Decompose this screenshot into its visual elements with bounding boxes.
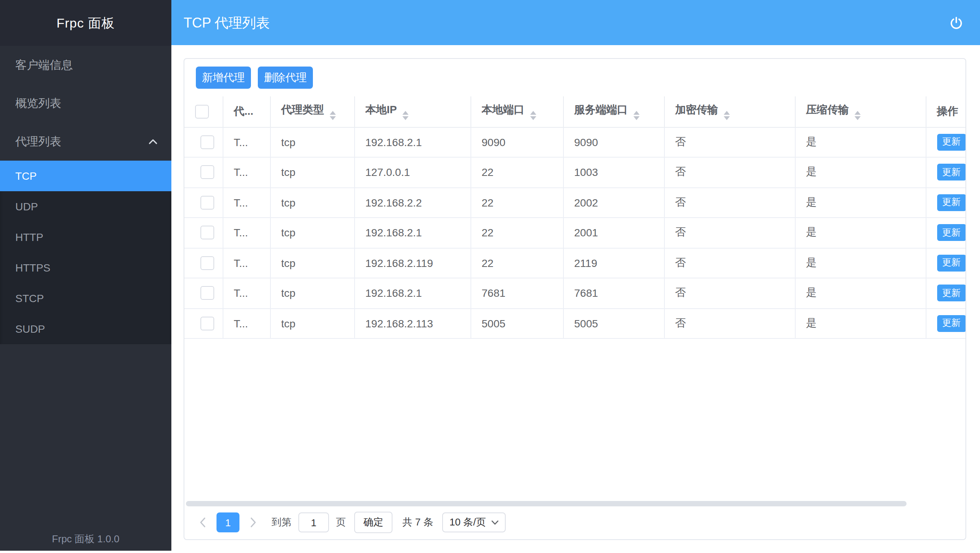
table-row: T...tcp192.168.2.11350055005否是更新 [184,308,965,338]
cell-type: tcp [270,157,354,187]
column-header-select[interactable] [184,96,223,127]
row-checkbox[interactable] [200,317,214,330]
cell-encryption: 否 [664,157,795,187]
app-window: Frpc 面板 客户端信息 概览列表 代理列表 TCPUDPHTTPHTTPSS… [0,0,980,553]
proxy-submenu: TCPUDPHTTPHTTPSSTCPSUDP [0,161,171,344]
page-size-label: 10 条/页 [449,516,486,529]
table-row: T...tcp192.168.2.119222119否是更新 [184,248,965,278]
chevron-down-icon [491,520,499,525]
row-checkbox[interactable] [200,286,214,300]
app-title: Frpc 面板 [0,0,171,46]
column-header-local_port[interactable]: 本地端口 [470,96,563,127]
submenu-item-sudp[interactable]: SUDP [0,314,171,344]
select-all-checkbox[interactable] [195,105,209,119]
cell-remote-port: 2002 [563,187,664,218]
cell-compression: 是 [795,218,926,248]
page-number-active[interactable]: 1 [217,512,239,532]
submenu-item-udp[interactable]: UDP [0,191,171,222]
page-size-select[interactable]: 10 条/页 [443,512,506,532]
cell-local-port: 22 [470,187,563,218]
row-action-cell: 更新 [926,218,965,248]
submenu-item-http[interactable]: HTTP [0,222,171,252]
submenu-item-https[interactable]: HTTPS [0,252,171,283]
column-header-compression[interactable]: 压缩传输 [795,96,926,127]
cell-compression: 是 [795,308,926,338]
sort-caret[interactable] [723,111,729,120]
next-page-button[interactable] [247,517,259,528]
cell-type: tcp [270,187,354,218]
column-header-type[interactable]: 代理类型 [270,96,354,127]
confirm-button[interactable]: 确定 [354,512,392,533]
sidebar-item-client-info[interactable]: 客户端信息 [0,46,171,84]
sort-caret[interactable] [854,111,860,120]
row-select-cell [184,278,223,308]
sidebar-menu: 客户端信息 概览列表 代理列表 TCPUDPHTTPHTTPSSTCPSUDP [0,46,171,344]
row-checkbox[interactable] [200,196,214,210]
cell-compression: 是 [795,127,926,157]
cell-name: T... [223,127,270,157]
update-button[interactable]: 更新 [937,255,965,272]
cell-name: T... [223,278,270,308]
page-jump-input[interactable] [298,512,329,532]
update-button[interactable]: 更新 [937,285,965,302]
prev-page-button[interactable] [197,517,209,528]
column-label: 本地端口 [482,103,524,115]
total-count-label: 共 7 条 [402,516,433,529]
sort-caret[interactable] [530,111,536,120]
proxy-list-card: 新增代理 删除代理 代...代理类型本地IP本地端口服务端端口加密传输压缩传输操… [184,58,966,540]
cell-local-port: 22 [470,157,563,187]
update-button[interactable]: 更新 [937,224,965,241]
column-header-encryption[interactable]: 加密传输 [664,96,795,127]
pagination-bar: 1 到第 页 确定 共 7 条 10 条/页 [184,506,965,539]
column-header-action: 操作 [926,96,965,127]
column-label: 本地IP [365,103,397,115]
submenu-item-stcp[interactable]: STCP [0,283,171,314]
cell-encryption: 否 [664,248,795,278]
cell-name: T... [223,157,270,187]
update-button[interactable]: 更新 [937,315,965,332]
menu-label: 代理列表 [15,134,61,149]
add-proxy-button[interactable]: 新增代理 [196,67,251,89]
delete-proxy-button[interactable]: 删除代理 [258,67,313,89]
row-action-cell: 更新 [926,157,965,187]
sidebar-item-overview[interactable]: 概览列表 [0,84,171,122]
row-select-cell [184,187,223,218]
row-select-cell [184,127,223,157]
cell-type: tcp [270,127,354,157]
column-label: 代... [234,105,253,117]
row-checkbox[interactable] [200,256,214,270]
column-header-local_ip[interactable]: 本地IP [354,96,470,127]
submenu-item-tcp[interactable]: TCP [0,161,171,191]
cell-compression: 是 [795,157,926,187]
cell-local-ip: 192.168.2.113 [354,308,470,338]
cell-remote-port: 2119 [563,248,664,278]
cell-encryption: 否 [664,187,795,218]
cell-local-ip: 192.168.2.1 [354,278,470,308]
menu-label: 概览列表 [15,96,61,111]
column-header-remote_port[interactable]: 服务端端口 [563,96,664,127]
sort-caret[interactable] [329,111,335,120]
sort-caret[interactable] [402,111,408,120]
column-label: 代理类型 [281,103,324,115]
update-button[interactable]: 更新 [937,194,965,211]
cell-local-port: 9090 [470,127,563,157]
cell-remote-port: 9090 [563,127,664,157]
column-label: 服务端端口 [574,103,628,115]
row-checkbox[interactable] [200,226,214,240]
sidebar-item-proxy-list[interactable]: 代理列表 [0,122,171,161]
cell-compression: 是 [795,278,926,308]
cell-encryption: 否 [664,127,795,157]
update-button[interactable]: 更新 [937,134,965,151]
table-row: T...tcp127.0.0.1221003否是更新 [184,157,965,187]
update-button[interactable]: 更新 [937,164,965,181]
power-button[interactable] [946,13,966,33]
table-row: T...tcp192.168.2.176817681否是更新 [184,278,965,308]
cell-local-port: 22 [470,248,563,278]
row-checkbox[interactable] [200,166,214,179]
row-checkbox[interactable] [200,135,214,149]
cell-name: T... [223,187,270,218]
row-select-cell [184,248,223,278]
row-action-cell: 更新 [926,127,965,157]
sort-caret[interactable] [633,111,639,120]
cell-compression: 是 [795,187,926,218]
